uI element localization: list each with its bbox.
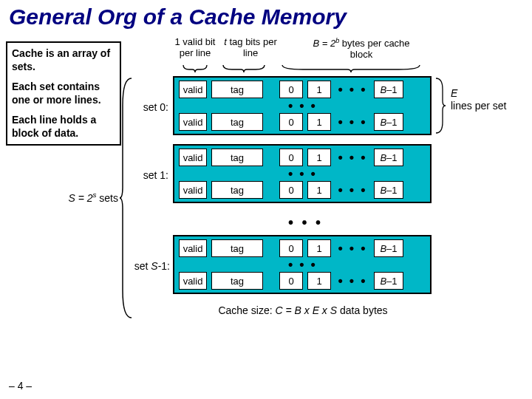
set-last-line-last: valid tag 0 1 • • • B–1 <box>179 272 403 290</box>
cell-byte-last: B–1 <box>374 149 403 166</box>
set-1-vdots: • • • <box>288 166 317 182</box>
set-0-vdots: • • • <box>288 98 317 114</box>
cell-byte-1: 1 <box>307 272 331 290</box>
cell-tag: tag <box>211 181 263 199</box>
desc-p3: Each line holds a block of data. <box>12 114 115 140</box>
lines-per-set-label: E lines per set <box>451 87 506 112</box>
cell-byte-0: 0 <box>279 181 303 199</box>
cell-tag: tag <box>211 149 263 166</box>
cell-byte-last: B–1 <box>374 272 403 290</box>
cell-byte-0: 0 <box>279 113 303 131</box>
cell-dots: • • • <box>335 239 369 257</box>
cell-byte-last: B–1 <box>374 113 403 131</box>
cell-valid: valid <box>179 272 207 290</box>
cell-byte-1: 1 <box>307 239 331 257</box>
cell-dots: • • • <box>335 181 369 199</box>
cell-valid: valid <box>179 239 207 257</box>
cell-byte-0: 0 <box>279 272 303 290</box>
cell-dots: • • • <box>335 113 369 131</box>
set-last-vdots: • • • <box>288 257 317 273</box>
header-tag-label: t tag bits per line <box>224 37 277 59</box>
cell-byte-1: 1 <box>307 181 331 199</box>
cell-dots: • • • <box>335 149 369 166</box>
brace-lines <box>434 76 447 135</box>
cell-byte-1: 1 <box>307 149 331 166</box>
desc-p2: Each set contains one or more lines. <box>12 81 115 106</box>
cell-byte-1: 1 <box>307 81 331 98</box>
cell-valid: valid <box>179 181 207 199</box>
header-valid-label: 1 valid bit per line <box>168 37 222 59</box>
cell-tag: tag <box>211 113 263 131</box>
desc-p1: Cache is an array of sets. <box>12 47 115 73</box>
page-title: General Org of a Cache Memory <box>0 0 532 33</box>
set-0-line-0: valid tag 0 1 • • • B–1 <box>179 81 403 98</box>
brace-valid <box>182 64 208 74</box>
set-last-label: set S-1: <box>127 260 170 272</box>
cell-byte-0: 0 <box>279 239 303 257</box>
header-block-label: B = 2b bytes per cache block <box>306 37 417 61</box>
cell-dots: • • • <box>335 272 369 290</box>
brace-tag <box>222 64 266 74</box>
cell-dots: • • • <box>335 81 369 98</box>
description-box: Cache is an array of sets. Each set cont… <box>6 41 121 146</box>
set-last-line-0: valid tag 0 1 • • • B–1 <box>179 239 403 257</box>
brace-block <box>281 64 421 74</box>
cell-tag: tag <box>211 272 263 290</box>
cell-valid: valid <box>179 149 207 166</box>
set-1-line-last: valid tag 0 1 • • • B–1 <box>179 181 403 199</box>
cell-byte-1: 1 <box>307 113 331 131</box>
set-1-line-0: valid tag 0 1 • • • B–1 <box>179 149 403 166</box>
brace-sets <box>118 76 134 320</box>
cell-valid: valid <box>179 81 207 98</box>
cell-byte-0: 0 <box>279 149 303 166</box>
cell-tag: tag <box>211 81 263 98</box>
cell-valid: valid <box>179 113 207 131</box>
cell-byte-last: B–1 <box>374 181 403 199</box>
set-1-label: set 1: <box>132 169 168 181</box>
between-sets-vdots: • • • <box>288 214 323 231</box>
cell-byte-0: 0 <box>279 81 303 98</box>
set-0-label: set 0: <box>132 101 168 113</box>
page-number: – 4 – <box>9 380 32 392</box>
cell-tag: tag <box>211 239 263 257</box>
cell-byte-last: B–1 <box>374 81 403 98</box>
cache-size-formula: Cache size: C = B x E x S data bytes <box>170 304 436 316</box>
cell-byte-last: B–1 <box>374 239 403 257</box>
s-sets-label: S = 2s sets <box>50 191 118 204</box>
set-0-line-last: valid tag 0 1 • • • B–1 <box>179 113 403 131</box>
